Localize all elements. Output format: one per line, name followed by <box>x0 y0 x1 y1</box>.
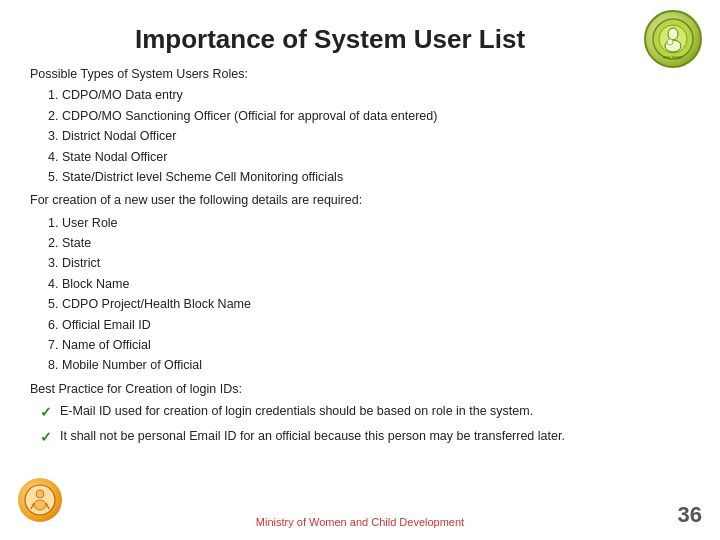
list-item: State/District level Scheme Cell Monitor… <box>62 168 690 187</box>
list-item: CDPO/MO Data entry <box>62 86 690 105</box>
creation-intro: For creation of a new user the following… <box>30 191 690 210</box>
possible-types-intro: Possible Types of System Users Roles: <box>30 65 690 84</box>
check-text: It shall not be personal Email ID for an… <box>60 427 690 446</box>
list-item: District Nodal Officer <box>62 127 690 146</box>
list-item: State Nodal Officer <box>62 148 690 167</box>
svg-point-4 <box>667 39 673 45</box>
footer: Ministry of Women and Child Development <box>0 516 720 528</box>
creation-list: User Role State District Block Name CDPO… <box>62 214 690 376</box>
list-item: Mobile Number of Official <box>62 356 690 375</box>
footer-logo-icon <box>18 478 62 522</box>
svg-point-2 <box>668 28 678 40</box>
logo-icon: भारत सरकार <box>644 10 702 68</box>
check-text: E-Mail ID used for creation of login cre… <box>60 402 690 421</box>
svg-point-8 <box>34 500 46 510</box>
list-item: Official Email ID <box>62 316 690 335</box>
slide-content: Possible Types of System Users Roles: CD… <box>30 65 690 448</box>
svg-point-7 <box>36 490 44 498</box>
list-item: Name of Official <box>62 336 690 355</box>
check-item-2: ✓ It shall not be personal Email ID for … <box>40 427 690 449</box>
list-item: State <box>62 234 690 253</box>
footer-logo <box>18 478 62 522</box>
slide-title: Importance of System User List <box>30 24 690 55</box>
check-item-1: ✓ E-Mail ID used for creation of login c… <box>40 402 690 424</box>
page-number: 36 <box>678 502 702 528</box>
checkmark-icon: ✓ <box>40 402 52 424</box>
check-list: ✓ E-Mail ID used for creation of login c… <box>40 402 690 448</box>
list-item: User Role <box>62 214 690 233</box>
footer-text: Ministry of Women and Child Development <box>256 516 464 528</box>
slide: भारत सरकार Importance of System User Lis… <box>0 0 720 540</box>
best-practice-title: Best Practice for Creation of login IDs: <box>30 380 690 399</box>
top-logo: भारत सरकार <box>644 10 702 68</box>
list-item: Block Name <box>62 275 690 294</box>
list-item: CDPO/MO Sanctioning Officer (Official fo… <box>62 107 690 126</box>
svg-text:भारत सरकार: भारत सरकार <box>663 55 682 60</box>
checkmark-icon: ✓ <box>40 427 52 449</box>
possible-types-list: CDPO/MO Data entry CDPO/MO Sanctioning O… <box>62 86 690 187</box>
list-item: District <box>62 254 690 273</box>
list-item: CDPO Project/Health Block Name <box>62 295 690 314</box>
